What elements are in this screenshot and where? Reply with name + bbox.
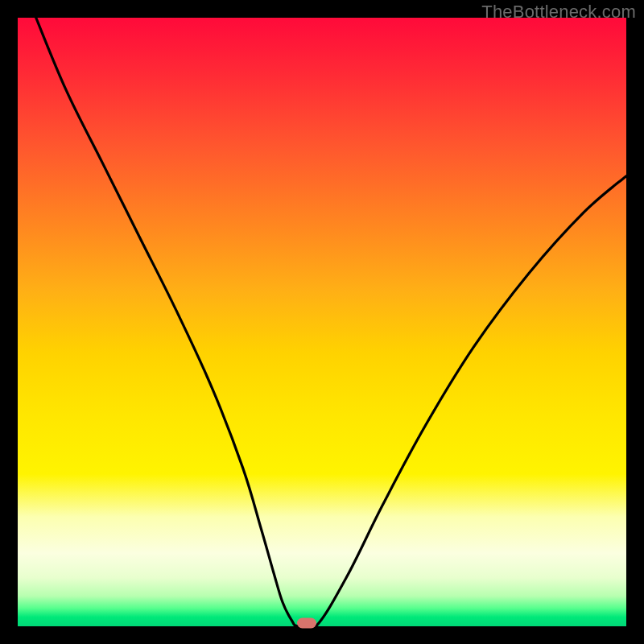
bottleneck-curve	[18, 18, 626, 626]
chart-frame: TheBottleneck.com	[0, 0, 644, 644]
plot-area	[18, 18, 626, 626]
optimal-point-marker	[297, 618, 316, 629]
